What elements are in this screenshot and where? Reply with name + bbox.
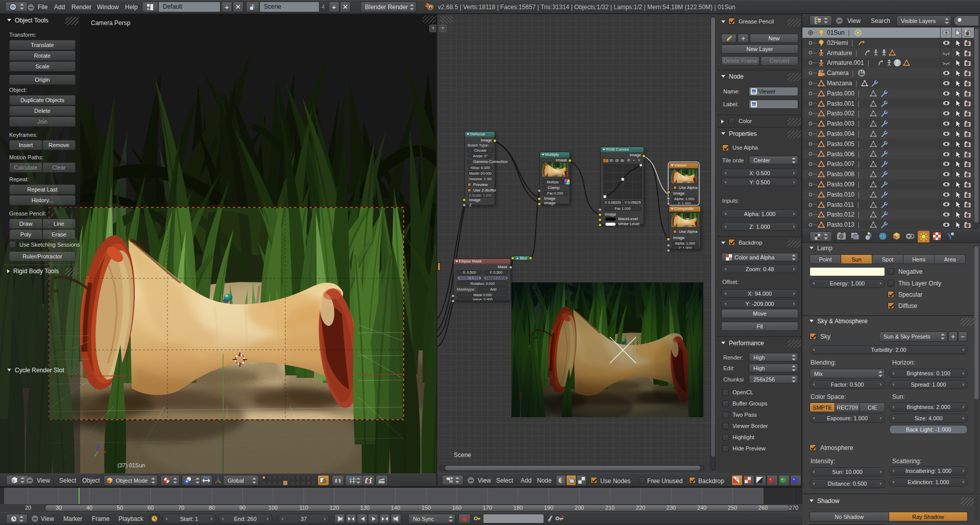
svg-text:20: 20 xyxy=(25,505,31,511)
svg-text:100: 100 xyxy=(268,505,278,511)
svg-text:200: 200 xyxy=(575,505,584,511)
svg-text:210: 210 xyxy=(605,505,615,511)
svg-text:270: 270 xyxy=(789,505,798,511)
svg-text:130: 130 xyxy=(360,505,370,511)
svg-text:40: 40 xyxy=(86,505,92,511)
svg-text:120: 120 xyxy=(330,505,339,511)
svg-text:190: 190 xyxy=(544,505,553,511)
svg-text:250: 250 xyxy=(728,505,737,511)
svg-text:30: 30 xyxy=(56,505,62,511)
svg-text:230: 230 xyxy=(667,505,676,511)
svg-text:70: 70 xyxy=(178,505,184,511)
svg-text:80: 80 xyxy=(209,505,215,511)
svg-text:110: 110 xyxy=(299,505,308,511)
svg-text:170: 170 xyxy=(483,505,492,511)
svg-text:150: 150 xyxy=(422,505,431,511)
svg-text:240: 240 xyxy=(697,505,706,511)
svg-text:60: 60 xyxy=(148,505,154,511)
svg-text:50: 50 xyxy=(117,505,123,511)
svg-text:220: 220 xyxy=(636,505,645,511)
svg-text:180: 180 xyxy=(513,505,523,511)
svg-text:160: 160 xyxy=(452,505,461,511)
svg-text:90: 90 xyxy=(239,505,246,511)
svg-text:260: 260 xyxy=(758,505,768,511)
svg-text:140: 140 xyxy=(391,505,400,511)
